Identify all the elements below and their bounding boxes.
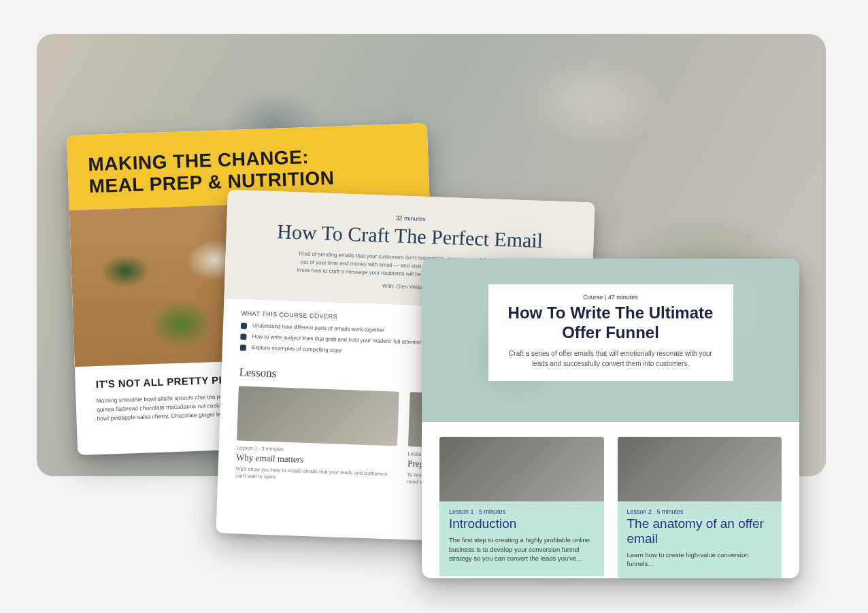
lesson-thumbnail [237,386,399,446]
lesson-title: Introduction [449,516,595,531]
showcase-container: MAKING THE CHANGE: MEAL PREP & NUTRITION… [0,0,868,613]
lesson-meta: Lesson 2 · 5 minutes [627,508,773,515]
card-a-title: MAKING THE CHANGE: MEAL PREP & NUTRITION [88,143,409,198]
lesson-description: We'll show you how to create emails that… [235,465,397,485]
card-c-title: How To Write The Ultimate Offer Funnel [505,303,717,343]
lesson-thumbnail [439,437,604,501]
lesson-card[interactable]: Lesson 1 · 3 minutes Why email matters W… [235,386,399,485]
check-icon [241,322,247,329]
lesson-thumbnail [618,437,782,501]
lesson-meta: Lesson 1 · 5 minutes [449,508,595,515]
lesson-card[interactable]: Lesson 2 · 5 minutes The anatomy of an o… [618,437,782,578]
check-icon [240,344,246,350]
card-b-cover-text: How to write subject lines that grab and… [252,333,422,346]
card-b-cover-text: Explore examples of compelling copy [252,344,341,354]
lesson-description: Learn how to create high-value conversio… [627,550,773,569]
card-c-hero: Course | 47 minutes How To Write The Ult… [422,259,799,422]
card-c-meta: Course | 47 minutes [505,294,717,301]
card-b-cover-text: Understand how different parts of emails… [252,322,384,333]
lesson-description: The first step to creating a highly prof… [449,535,595,563]
course-card-offer-funnel[interactable]: Course | 47 minutes How To Write The Ult… [422,259,799,578]
card-c-description: Craft a series of offer emails that will… [505,348,717,369]
card-c-panel: Course | 47 minutes How To Write The Ult… [488,284,733,381]
check-icon [240,333,246,339]
lesson-card[interactable]: Lesson 1 · 5 minutes Introduction The fi… [439,437,604,578]
lesson-title: The anatomy of an offer email [627,516,773,546]
card-c-lessons: Lesson 1 · 5 minutes Introduction The fi… [422,422,799,578]
